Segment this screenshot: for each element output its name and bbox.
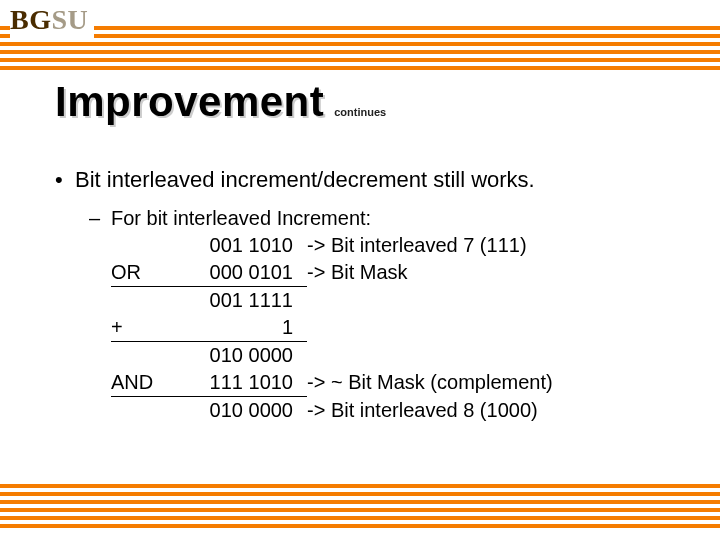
calc-row: OR000 0101-> Bit Mask	[111, 259, 680, 287]
page-subtitle: continues	[334, 106, 386, 118]
calc-row: 010 0000	[111, 342, 680, 369]
bullet-main-text: Bit interleaved increment/decrement stil…	[75, 165, 535, 195]
annotation: -> Bit interleaved 8 (1000)	[307, 397, 680, 424]
calc-row: 010 0000-> Bit interleaved 8 (1000)	[111, 397, 680, 424]
calc-row: 001 1111	[111, 287, 680, 314]
binary-value: 001 1111	[173, 287, 307, 314]
operator: OR	[111, 259, 173, 287]
bottom-stripes	[0, 484, 720, 532]
bullet-dash: –	[89, 205, 111, 232]
logo-su: SU	[51, 4, 88, 35]
calc-row: +1	[111, 314, 680, 342]
binary-value: 1	[173, 314, 307, 342]
binary-value: 000 0101	[173, 259, 307, 287]
binary-value: 010 0000	[173, 342, 307, 369]
calc-row: AND111 1010-> ~ Bit Mask (complement)	[111, 369, 680, 397]
binary-value: 111 1010	[173, 369, 307, 397]
binary-value: 010 0000	[173, 397, 307, 424]
calc-row: 001 1010-> Bit interleaved 7 (111)	[111, 232, 680, 259]
annotation: -> Bit Mask	[307, 259, 680, 286]
binary-value: 001 1010	[173, 232, 307, 259]
content: • Bit interleaved increment/decrement st…	[55, 165, 680, 424]
title-row: Improvement continues	[55, 78, 386, 126]
annotation: -> ~ Bit Mask (complement)	[307, 369, 680, 396]
logo-bg: BG	[10, 4, 51, 35]
bullet-sub-text: For bit interleaved Increment:	[111, 205, 371, 232]
bullet-level-2: – For bit interleaved Increment:	[89, 205, 680, 232]
top-stripes	[0, 26, 720, 74]
operator: +	[111, 314, 173, 342]
logo: BGSU	[10, 4, 94, 38]
bullet-level-1: • Bit interleaved increment/decrement st…	[55, 165, 680, 195]
page-title: Improvement	[55, 78, 324, 126]
annotation: -> Bit interleaved 7 (111)	[307, 232, 680, 259]
operator: AND	[111, 369, 173, 397]
bullet-dot: •	[55, 165, 75, 195]
calculation-block: 001 1010-> Bit interleaved 7 (111)OR000 …	[111, 232, 680, 424]
